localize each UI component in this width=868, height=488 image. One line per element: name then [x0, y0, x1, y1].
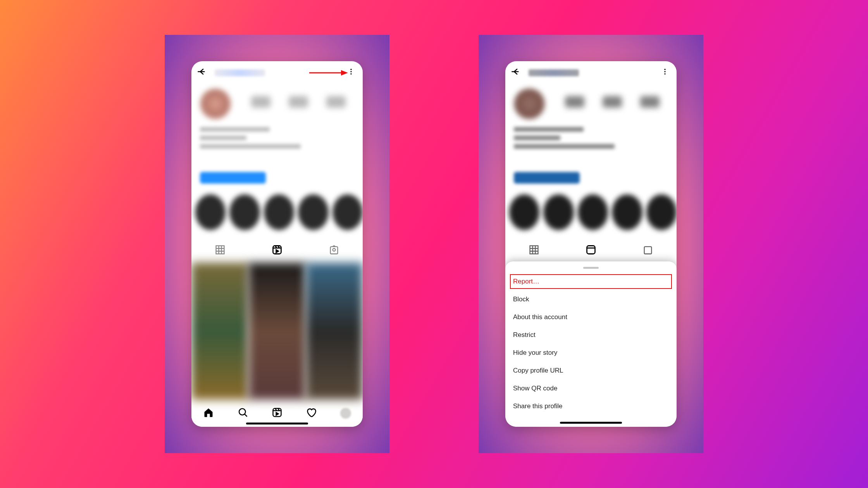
menu-item-share-profile[interactable]: Share this profile: [505, 397, 677, 415]
reels-tab-icon[interactable]: [272, 244, 282, 257]
svg-rect-7: [331, 247, 338, 254]
svg-point-1: [350, 71, 351, 72]
svg-point-8: [333, 249, 336, 251]
phone-frame-right: Report… Block About this account Restric…: [505, 61, 677, 427]
menu-item-show-qr[interactable]: Show QR code: [505, 380, 677, 397]
sheet-drag-handle[interactable]: [583, 267, 599, 269]
annotation-arrow: [309, 68, 348, 77]
svg-rect-5: [216, 246, 224, 254]
svg-point-9: [239, 409, 245, 415]
tutorial-step-1-panel: [165, 35, 389, 453]
svg-point-0: [350, 69, 351, 70]
options-bottom-sheet: Report… Block About this account Restric…: [505, 261, 677, 427]
tutorial-step-2-panel: Report… Block About this account Restric…: [479, 35, 703, 453]
home-indicator: [246, 423, 308, 424]
back-button[interactable]: [511, 67, 521, 79]
tagged-tab-icon[interactable]: [329, 244, 339, 257]
stats-blurred: [242, 96, 355, 112]
home-indicator: [560, 422, 622, 424]
svg-point-13: [664, 73, 665, 74]
search-icon[interactable]: [238, 407, 248, 419]
avatar-blurred: [200, 88, 231, 119]
profile-nav-icon[interactable]: [340, 408, 351, 419]
phone-frame-left: [191, 61, 363, 427]
svg-point-11: [664, 69, 665, 70]
home-icon[interactable]: [203, 407, 214, 419]
grid-tab-icon[interactable]: [215, 244, 226, 257]
svg-rect-15: [587, 246, 595, 254]
menu-item-report[interactable]: Report…: [508, 273, 673, 290]
more-options-button[interactable]: [659, 66, 671, 79]
profile-topbar: [191, 61, 363, 84]
menu-item-hide-story[interactable]: Hide your story: [505, 344, 677, 362]
svg-rect-14: [530, 246, 538, 254]
menu-item-about-account[interactable]: About this account: [505, 308, 677, 326]
svg-point-12: [664, 71, 665, 72]
menu-item-copy-url[interactable]: Copy profile URL: [505, 362, 677, 380]
profile-topbar-dimmed: [505, 61, 677, 84]
back-button[interactable]: [197, 67, 207, 79]
follow-button-blurred: [200, 172, 266, 184]
menu-item-block[interactable]: Block: [505, 290, 677, 308]
svg-point-2: [350, 73, 351, 74]
story-highlights-blurred: [195, 194, 363, 237]
profile-body: [191, 84, 363, 400]
profile-tabs: [191, 241, 363, 260]
username-blurred: [529, 69, 579, 76]
activity-heart-icon[interactable]: [306, 407, 317, 419]
reels-nav-icon[interactable]: [272, 407, 282, 419]
svg-rect-16: [644, 247, 652, 254]
bio-blurred: [200, 127, 301, 153]
posts-grid-blurred: [191, 263, 363, 400]
username-blurred: [215, 69, 265, 76]
more-options-button[interactable]: [345, 66, 357, 79]
menu-item-restrict[interactable]: Restrict: [505, 326, 677, 344]
